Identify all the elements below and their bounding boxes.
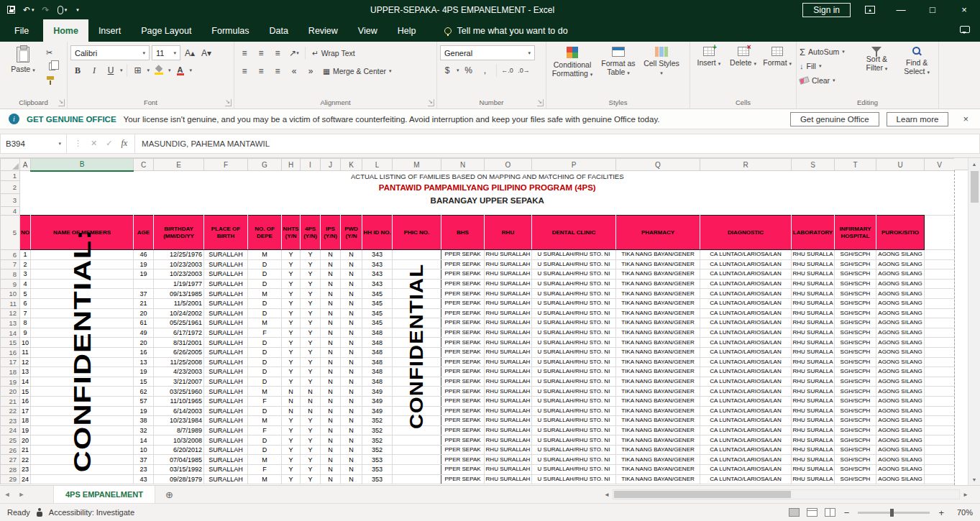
cell-I14[interactable]: Y <box>301 328 321 338</box>
cell-O22[interactable]: RHU SURALLAH <box>485 406 532 416</box>
cell-N18[interactable]: PPER SEPAK <box>441 367 485 377</box>
formula-menu-icon[interactable]: ⋮ <box>74 139 82 148</box>
cell-N17[interactable]: PPER SEPAK <box>441 357 485 367</box>
hscroll-right-icon[interactable]: ► <box>961 492 970 498</box>
cell-C29[interactable]: 43 <box>134 474 154 484</box>
cell-E16[interactable]: 6/26/2005 <box>154 347 204 357</box>
cell-G25[interactable]: D <box>248 435 282 446</box>
cell-B16[interactable] <box>31 347 134 357</box>
cell-N26[interactable]: PPER SEPAK <box>441 445 485 455</box>
cell-M12[interactable] <box>393 308 441 318</box>
cell-U23[interactable]: AGONG SILANG <box>876 416 925 426</box>
row-header-2[interactable]: 2 <box>1 181 20 194</box>
cell-P19[interactable]: U SURALLAH/RHU STO. NI <box>532 377 616 387</box>
table-column-header-R[interactable]: DIAGNOSTIC <box>700 216 792 250</box>
cell-O25[interactable]: RHU SURALLAH <box>485 435 532 446</box>
cell-S10[interactable]: RHU SURALLA <box>792 289 835 299</box>
row-header-20[interactable]: 20 <box>1 387 20 397</box>
cell-A10[interactable]: 5 <box>20 289 31 299</box>
cell-C20[interactable]: 62 <box>134 387 154 397</box>
cell-N19[interactable]: PPER SEPAK <box>441 377 485 387</box>
cell-T14[interactable]: SGH/SCPH <box>835 328 876 338</box>
cell-I9[interactable]: Y <box>301 279 321 289</box>
cell-B6[interactable] <box>31 250 134 260</box>
vertical-scrollbar[interactable]: ▲ ▼ <box>968 158 980 485</box>
cell-B24[interactable] <box>31 425 134 435</box>
cell-M29[interactable] <box>393 474 441 484</box>
cell-O15[interactable]: RHU SURALLAH <box>485 338 532 348</box>
cell-R28[interactable]: CA LUNTAO/LARIOSA/LAN <box>700 465 792 475</box>
table-column-header-O[interactable]: RHU <box>485 216 532 250</box>
cell-E18[interactable]: 4/23/2003 <box>154 367 204 377</box>
cell-Q29[interactable]: TIKA NANG BAYAN/GENER <box>616 474 700 484</box>
cell-C9[interactable] <box>134 279 154 289</box>
cell-A25[interactable]: 20 <box>20 435 31 446</box>
cell-J8[interactable]: N <box>321 269 341 280</box>
column-header-H[interactable]: H <box>282 159 301 171</box>
cell-I24[interactable]: Y <box>301 425 321 435</box>
cell-K12[interactable]: N <box>341 308 362 318</box>
cell-E6[interactable]: 12/25/1976 <box>154 250 204 260</box>
paste-button[interactable]: Paste ▾ <box>3 44 43 73</box>
cell-Q21[interactable]: TIKA NANG BAYAN/GENER <box>616 396 700 406</box>
cell-B15[interactable] <box>31 338 134 348</box>
cell-J13[interactable]: N <box>321 318 341 328</box>
cell-S22[interactable]: RHU SURALLA <box>792 406 835 416</box>
cell-C13[interactable]: 61 <box>134 318 154 328</box>
cell-R27[interactable]: CA LUNTAO/LARIOSA/LAN <box>700 455 792 465</box>
learn-more-button[interactable]: Learn more <box>887 112 949 126</box>
sheet-tab-4ps-empanelment[interactable]: 4PS EMPANELMENT <box>53 486 155 503</box>
bold-button[interactable]: B <box>70 63 85 78</box>
zoom-in-icon[interactable]: + <box>937 507 945 518</box>
cell-V24[interactable] <box>925 425 955 435</box>
cell-Q23[interactable]: TIKA NANG BAYAN/GENER <box>616 416 700 426</box>
cell-N20[interactable]: PPER SEPAK <box>441 387 485 397</box>
align-left-button[interactable]: ≡ <box>237 64 252 78</box>
cell-E12[interactable]: 10/24/2002 <box>154 308 204 318</box>
cell-R18[interactable]: CA LUNTAO/LARIOSA/LAN <box>700 367 792 377</box>
cell-H11[interactable]: Y <box>282 298 301 308</box>
cell-O28[interactable]: RHU SURALLAH <box>485 465 532 475</box>
cell-R24[interactable]: CA LUNTAO/LARIOSA/LAN <box>700 425 792 435</box>
row-header-21[interactable]: 21 <box>1 396 20 406</box>
cell-V26[interactable] <box>925 445 955 455</box>
table-column-header-L[interactable]: HH ID NO. <box>362 216 393 250</box>
cell-T24[interactable]: SGH/SCPH <box>835 425 876 435</box>
cell-O16[interactable]: RHU SURALLAH <box>485 347 532 357</box>
cell-R8[interactable]: CA LUNTAO/LARIOSA/LAN <box>700 269 792 280</box>
cell-T21[interactable]: SGH/SCPH <box>835 396 876 406</box>
cell-C28[interactable]: 23 <box>134 465 154 475</box>
cell-B28[interactable] <box>31 465 134 475</box>
cell-O27[interactable]: RHU SURALLAH <box>485 455 532 465</box>
row-header-29[interactable]: 29 <box>1 474 20 484</box>
column-header-R[interactable]: R <box>700 159 792 171</box>
format-as-table-button[interactable]: Format as Table ▾ <box>598 44 638 76</box>
table-column-header-V[interactable] <box>925 216 955 250</box>
cell-J12[interactable]: N <box>321 308 341 318</box>
cell-G23[interactable]: M <box>248 416 282 426</box>
ribbon-tab-review[interactable]: Review <box>298 19 348 42</box>
cell-P28[interactable]: U SURALLAH/RHU STO. NI <box>532 465 616 475</box>
cell-V28[interactable] <box>925 465 955 475</box>
column-header-K[interactable]: K <box>341 159 362 171</box>
cell-P26[interactable]: U SURALLAH/RHU STO. NI <box>532 445 616 455</box>
cell-U14[interactable]: AGONG SILANG <box>876 328 925 338</box>
cell-H22[interactable]: N <box>282 406 301 416</box>
comments-icon[interactable] <box>960 26 970 33</box>
cell-Q12[interactable]: TIKA NANG BAYAN/GENER <box>616 308 700 318</box>
cell-M16[interactable] <box>393 347 441 357</box>
cell-F16[interactable]: SURALLAH <box>204 347 248 357</box>
cell-J11[interactable]: N <box>321 298 341 308</box>
cell-T8[interactable]: SGH/SCPH <box>835 269 876 280</box>
cell-S24[interactable]: RHU SURALLA <box>792 425 835 435</box>
cell-S12[interactable]: RHU SURALLA <box>792 308 835 318</box>
row-header-22[interactable]: 22 <box>1 406 20 416</box>
cell-T15[interactable]: SGH/SCPH <box>835 338 876 348</box>
cell-G20[interactable]: M <box>248 387 282 397</box>
cell-A9[interactable]: 4 <box>20 279 31 289</box>
cell-U26[interactable]: AGONG SILANG <box>876 445 925 455</box>
cell-Q17[interactable]: TIKA NANG BAYAN/GENER <box>616 357 700 367</box>
cell-V17[interactable] <box>925 357 955 367</box>
cell-C10[interactable]: 37 <box>134 289 154 299</box>
name-box[interactable]: B394 ▾ <box>1 134 67 153</box>
